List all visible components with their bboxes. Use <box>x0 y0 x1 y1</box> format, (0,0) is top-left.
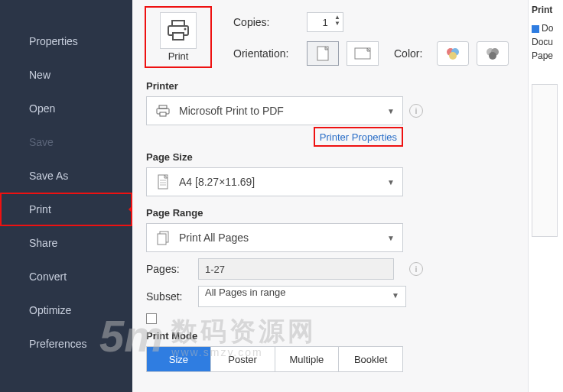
printmode-tabs: Size Poster Multiple Booklet <box>146 346 403 372</box>
svg-point-3 <box>184 28 187 31</box>
sidebar-item-optimize[interactable]: Optimize <box>0 293 132 327</box>
portrait-page-icon <box>317 46 329 61</box>
color-label: Color: <box>394 47 429 60</box>
sidebar-item-save: Save <box>0 125 132 159</box>
subset-label: Subset: <box>146 290 189 303</box>
print-button[interactable]: Print <box>145 6 212 68</box>
pagerange-section-title: Page Range <box>146 207 514 219</box>
print-button-label: Print <box>160 50 197 62</box>
copies-label: Copies: <box>233 16 299 28</box>
right-heading: Print <box>532 5 560 15</box>
pagerange-combo[interactable]: Print All Pages ▼ <box>146 223 403 252</box>
orientation-portrait-button[interactable] <box>307 41 339 66</box>
printer-section-title: Printer <box>146 80 514 92</box>
preview-thumbnail <box>532 84 558 237</box>
svg-rect-2 <box>173 33 184 40</box>
orientation-landscape-button[interactable] <box>347 41 379 66</box>
spinner-arrows-icon[interactable]: ▲▼ <box>334 15 340 27</box>
svg-point-8 <box>449 52 457 60</box>
pages-label: Pages: <box>146 263 189 275</box>
subset-value: All Pages in range <box>205 287 286 298</box>
sidebar-item-open[interactable]: Open <box>0 92 132 125</box>
sidebar-item-preferences[interactable]: Preferences <box>0 327 132 361</box>
chevron-down-icon: ▼ <box>392 291 399 300</box>
sidebar-item-save-as[interactable]: Save As <box>0 159 132 193</box>
blue-square-icon <box>532 25 539 33</box>
right-pape: Pape <box>532 50 560 61</box>
printer-icon <box>160 12 197 49</box>
sidebar-item-new[interactable]: New <box>0 58 132 92</box>
info-icon[interactable]: i <box>409 104 423 118</box>
pagerange-value: Print All Pages <box>179 232 249 244</box>
sidebar-item-convert[interactable]: Convert <box>0 260 132 293</box>
color-color-button[interactable] <box>437 41 469 66</box>
landscape-page-icon <box>354 47 371 60</box>
chevron-down-icon: ▼ <box>387 234 395 242</box>
copies-spinner[interactable]: 1 ▲▼ <box>307 12 343 32</box>
printer-small-icon <box>155 105 171 117</box>
chevron-down-icon: ▼ <box>387 178 395 186</box>
info-icon[interactable]: i <box>409 262 423 276</box>
pagesize-combo[interactable]: A4 [8.27×11.69] ▼ <box>146 167 403 196</box>
pages-input[interactable] <box>198 258 394 280</box>
svg-rect-20 <box>158 234 166 245</box>
page-icon <box>155 174 171 190</box>
printer-properties-link-wrap: Printer Properties <box>314 127 403 147</box>
sidebar-item-print[interactable]: Print <box>0 193 132 226</box>
printmode-tab-size[interactable]: Size <box>147 347 211 371</box>
main-panel: Print Copies: 1 ▲▼ Orientation: <box>132 0 528 392</box>
printer-combo[interactable]: Microsoft Print to PDF ▼ <box>146 96 403 125</box>
grayscale-icon <box>484 47 501 60</box>
copies-value: 1 <box>322 17 327 28</box>
right-panel: Print Do Docu Pape <box>528 0 563 392</box>
subset-select[interactable]: All Pages in range ▼ <box>198 286 406 307</box>
printer-value: Microsoft Print to PDF <box>179 105 284 117</box>
sidebar: Properties New Open Save Save As Print S… <box>0 0 132 392</box>
sidebar-item-properties[interactable]: Properties <box>0 24 132 58</box>
sidebar-item-share[interactable]: Share <box>0 226 132 260</box>
pages-stack-icon <box>155 230 171 245</box>
svg-rect-14 <box>160 112 166 116</box>
printmode-tab-booklet[interactable]: Booklet <box>339 347 402 371</box>
svg-rect-0 <box>172 21 184 26</box>
printmode-tab-multiple[interactable]: Multiple <box>275 347 340 371</box>
pagesize-section-title: Page Size <box>146 151 514 163</box>
checkbox[interactable] <box>146 313 157 324</box>
printmode-tab-poster[interactable]: Poster <box>211 347 275 371</box>
printer-properties-link[interactable]: Printer Properties <box>320 131 397 143</box>
chevron-down-icon: ▼ <box>387 107 395 115</box>
orientation-label: Orientation: <box>233 47 299 60</box>
right-docu: Docu <box>532 37 560 47</box>
right-d-line: Do <box>542 23 553 34</box>
color-icon <box>444 47 461 60</box>
svg-rect-12 <box>159 105 167 109</box>
pagesize-value: A4 [8.27×11.69] <box>179 176 255 188</box>
printmode-section-title: Print Mode <box>146 330 514 342</box>
color-grayscale-button[interactable] <box>477 41 509 66</box>
svg-point-11 <box>489 52 496 60</box>
